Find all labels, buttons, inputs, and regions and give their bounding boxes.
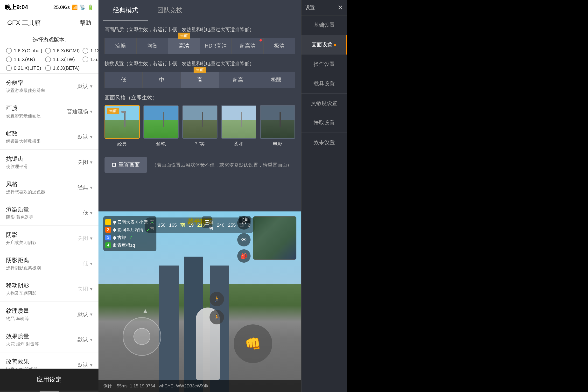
fps-extreme[interactable]: 极限 xyxy=(257,72,295,88)
quality-hd[interactable]: 当前 高清 xyxy=(168,38,200,54)
version-global[interactable]: 1.6.X(Global) xyxy=(6,48,42,54)
help-button[interactable]: 帮助 xyxy=(80,19,91,27)
setting-quality-desc: 设置游戏最佳画质 xyxy=(6,113,67,119)
sidebar-item-basic[interactable]: 基础设置 xyxy=(302,16,346,35)
setting-resolution[interactable]: 分辨率 设置游戏最佳分辨率 默认 ▾ xyxy=(0,74,98,99)
app-title: GFX 工具箱 xyxy=(7,18,41,27)
fps-ultra[interactable]: 超高 xyxy=(219,72,257,88)
chevron-down-icon: ▾ xyxy=(90,83,92,89)
setting-antialias-desc: 使纹理平滑 xyxy=(6,164,78,170)
sidebar-item-effect[interactable]: 效果设置 xyxy=(302,133,346,152)
setting-resolution-desc: 设置游戏最佳分辨率 xyxy=(6,88,78,94)
quality-fluent[interactable]: 流畅 xyxy=(104,38,136,54)
signal-icon: 📶 xyxy=(72,4,78,10)
version-kr[interactable]: 1.6.X(KR) xyxy=(6,56,42,62)
radio-bgmi[interactable] xyxy=(45,48,51,54)
radio-lite[interactable] xyxy=(6,65,12,71)
style-classic[interactable]: 当前 经典 xyxy=(104,105,140,147)
quality-hdr[interactable]: HDR高清 xyxy=(200,38,232,54)
version-cn[interactable]: 1.13.X(CN) xyxy=(82,48,98,54)
setting-mobile-shadow-value: 关闭 ▾ xyxy=(78,285,92,292)
version-cn-label: 1.13.X(CN) xyxy=(90,48,98,54)
speed-indicator: 25.0K/s xyxy=(53,4,70,10)
setting-mobile-shadow[interactable]: 移动阴影 人物及车辆阴影 关闭 ▾ xyxy=(0,276,98,302)
quality-extreme[interactable]: 极清 xyxy=(263,38,295,54)
sidebar-item-pickup[interactable]: 拾取设置 xyxy=(302,113,346,133)
quality-section: 画面品质（立即生效，若运行卡顿、发热量和耗电量过大可适当降低） 流畅 均衡 当前… xyxy=(104,26,295,54)
quality-balanced[interactable]: 均衡 xyxy=(136,38,168,54)
setting-fps[interactable]: 帧数 解锁最大帧数极限 默认 ▾ xyxy=(0,124,98,150)
style-real[interactable]: 写实 xyxy=(182,105,218,147)
quality-buttons: 流畅 均衡 当前 高清 HDR高清 超高清 极清 xyxy=(104,38,295,54)
setting-mobile-shadow-desc: 人物及车辆阴影 xyxy=(6,290,78,296)
setting-effect-quality[interactable]: 效果质量 火花 爆炸 射击等 默认 ▾ xyxy=(0,327,98,352)
style-current-badge: 当前 xyxy=(107,108,119,114)
setting-improve-effect[interactable]: 改善效果 沙坐 山坡等场景 默认 ▾ xyxy=(0,352,98,368)
version-bgmi[interactable]: 1.6.X(BGMI) xyxy=(45,48,80,54)
right-sidebar: 设置 ✕ 基础设置 画面设置 操作设置 载具设置 灵敏度设置 拾取设置 效果设置 xyxy=(301,0,346,392)
close-icon[interactable]: ✕ xyxy=(338,4,343,12)
setting-effect-quality-value: 默认 ▾ xyxy=(78,336,92,343)
chevron-down-icon: ▾ xyxy=(90,235,92,241)
setting-quality[interactable]: 画质 设置游戏最佳画质 普通流畅 ▾ xyxy=(0,99,98,124)
fps-low[interactable]: 低 xyxy=(104,72,143,88)
setting-texture[interactable]: 纹理质量 物品 车辆等 默认 ▾ xyxy=(0,302,98,327)
setting-render-quality-desc: 阴影 着色器等 xyxy=(6,214,83,220)
radio-kr[interactable] xyxy=(6,56,12,62)
setting-antialias[interactable]: 抗锯齿 使纹理平滑 关闭 ▾ xyxy=(0,150,98,175)
setting-resolution-name: 分辨率 xyxy=(6,79,78,87)
setting-quality-name: 画质 xyxy=(6,104,67,112)
style-vivid[interactable]: 鲜艳 xyxy=(144,105,178,147)
setting-render-quality-value: 低 ▾ xyxy=(83,209,92,216)
fps-high[interactable]: 当前 高 xyxy=(181,72,219,88)
radio-cn[interactable] xyxy=(82,48,88,54)
version-kr-label: 1.6.X(KR) xyxy=(14,57,35,62)
tab-team[interactable]: 团队竞技 xyxy=(148,0,192,21)
sidebar-title: 设置 xyxy=(305,4,315,11)
quality-ultra[interactable]: 超高清 xyxy=(232,38,264,54)
version-beta[interactable]: 1.6.X(BETA) xyxy=(45,65,80,71)
version-lite[interactable]: 0.21.X(LITE) xyxy=(6,65,42,71)
chevron-down-icon: ▾ xyxy=(90,362,92,368)
fps-mid[interactable]: 中 xyxy=(143,72,181,88)
sidebar-item-controls[interactable]: 操作设置 xyxy=(302,54,346,74)
setting-style-desc: 选择您喜欢的滤色器 xyxy=(6,189,78,195)
setting-render-quality[interactable]: 渲染质量 阴影 着色器等 低 ▾ xyxy=(0,200,98,226)
version-title: 选择游戏版本: xyxy=(6,36,92,44)
style-cinematic[interactable]: 电影 xyxy=(260,105,295,147)
sidebar-item-vehicle[interactable]: 载具设置 xyxy=(302,74,346,94)
radio-tw[interactable] xyxy=(45,56,51,62)
tabs-header: 经典模式 团队竞技 xyxy=(98,0,301,21)
chevron-down-icon: ▾ xyxy=(90,185,92,190)
setting-texture-desc: 物品 车辆等 xyxy=(6,316,78,322)
reset-button[interactable]: ⊡ 重置画面 xyxy=(104,157,147,173)
chevron-down-icon: ▾ xyxy=(90,159,92,165)
setting-shadow[interactable]: 阴影 开启或关闭阴影 关闭 ▾ xyxy=(0,226,98,251)
status-time: 晚上9:04 xyxy=(5,4,28,11)
chevron-down-icon: ▾ xyxy=(90,108,92,114)
version-tw[interactable]: 1.6.X(TW) xyxy=(45,56,80,62)
version-vn[interactable]: 1.6.X(VN) xyxy=(82,56,98,62)
setting-improve-effect-name: 改善效果 xyxy=(6,358,78,366)
reset-icon: ⊡ xyxy=(112,162,116,168)
middle-panel: 经典模式 团队竞技 画面品质（立即生效，若运行卡顿、发热量和耗电量过大可适当降低… xyxy=(98,0,301,392)
version-global-label: 1.6.X(Global) xyxy=(14,48,42,54)
setting-style[interactable]: 风格 选择您喜欢的滤色器 经典 ▾ xyxy=(0,175,98,200)
sidebar-item-sensitivity[interactable]: 灵敏度设置 xyxy=(302,94,346,113)
style-soft-thumb xyxy=(221,105,256,139)
apply-button[interactable]: 应用设定 xyxy=(0,368,98,390)
setting-shadow-dist-value: 低 ▾ xyxy=(83,260,92,267)
sidebar-item-display[interactable]: 画面设置 xyxy=(302,35,346,54)
setting-style-name: 风格 xyxy=(6,180,78,188)
style-classic-name: 经典 xyxy=(104,141,140,147)
tab-classic[interactable]: 经典模式 xyxy=(103,0,148,21)
style-soft[interactable]: 柔和 xyxy=(221,105,256,147)
setting-antialias-value: 关闭 ▾ xyxy=(78,158,92,166)
radio-beta[interactable] xyxy=(45,65,51,71)
setting-shadow-dist-name: 阴影距离 xyxy=(6,256,83,264)
radio-global[interactable] xyxy=(6,48,12,54)
setting-shadow-value: 关闭 ▾ xyxy=(78,234,92,242)
radio-vn[interactable] xyxy=(82,56,88,62)
chevron-down-icon: ▾ xyxy=(90,286,92,292)
setting-shadow-dist[interactable]: 阴影距离 选择阴影距离极别 低 ▾ xyxy=(0,251,98,276)
